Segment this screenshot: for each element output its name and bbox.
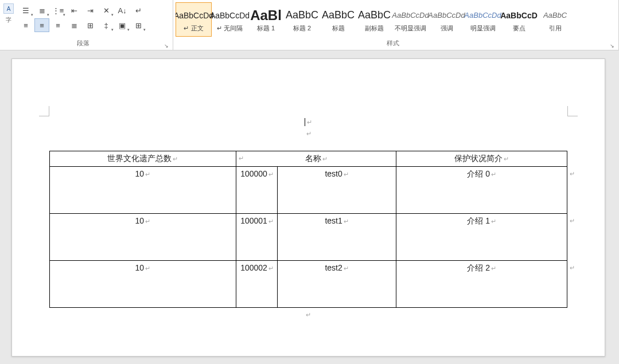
table-cell[interactable]: test1↵ [277,214,396,261]
multilevel-btn[interactable]: ⋮≡▾ [50,3,65,17]
table-cell[interactable]: 10↵ [50,167,236,214]
style-item[interactable]: AaBbCcDd↵ 无间隔 [212,2,248,37]
style-name-label: 引用 [549,24,562,33]
indent-decrease-btn[interactable]: ⇤ [67,3,81,17]
table-cell[interactable]: 介绍 0↵↵ [396,167,567,214]
table-header-desc[interactable]: 保护状况简介↵ [396,151,567,167]
document-page[interactable]: ↵ ↵ 世界文化遗产总数↵↵ 名称↵ 保护状况简介↵ 10↵100000↵tes… [11,58,605,357]
table-cell[interactable]: 10↵ [50,214,236,261]
paragraph-dialog-launcher[interactable]: ↘ [164,43,170,50]
align-center-btn[interactable]: ≡ [34,18,49,32]
numbering-btn[interactable]: ≣▾ [34,3,49,17]
styles-body: AaBbCcDd↵ 正文AaBbCcDd↵ 无间隔AaBl标题 1AaBbC标题… [176,1,616,38]
paragraph-mark: ↵ [307,119,312,126]
style-preview: AaBbCcDd [392,7,429,24]
paragraph-side-col: A 字 [2,1,15,28]
blank-line[interactable]: ↵ [49,128,567,139]
style-item[interactable]: AaBbCcD要点 [501,2,537,37]
document-canvas[interactable]: ↵ ↵ 世界文化遗产总数↵↵ 名称↵ 保护状况简介↵ 10↵100000↵tes… [0,50,619,364]
margin-corner-tl [39,106,49,116]
style-name-label: 标题 [332,24,345,33]
style-preview: AaBbCcD [500,7,538,24]
margin-corner-tr [567,106,578,116]
style-item[interactable]: AaBl标题 1 [248,2,284,37]
table-cell[interactable]: test2↵ [277,261,396,308]
borders-btn[interactable]: ⊞▾ [131,18,146,32]
indent-increase-btn[interactable]: ⇥ [83,3,98,17]
style-preview: AaBbCcDd [210,7,250,24]
char-format-btn[interactable]: 字 [3,15,14,25]
style-item[interactable]: AaBbC副标题 [356,2,392,37]
style-preview: AaBbCcDd [176,7,213,24]
table-cell[interactable]: 介绍 2↵↵ [396,261,567,308]
ribbon: A 字 ☰▾ ≣▾ ⋮≡▾ ⇤ ⇥ ✕▾ A↓ ↵ ≡ ≡ ≡ ≣ ⊞ ‡▾ ▣… [0,0,619,50]
style-name-label: 标题 2 [293,24,311,33]
paragraph-toolbar: ☰▾ ≣▾ ⋮≡▾ ⇤ ⇥ ✕▾ A↓ ↵ ≡ ≡ ≡ ≣ ⊞ ‡▾ ▣▾ ⊞▾ [15,1,165,34]
style-item[interactable]: AaBbC标题 2 [284,2,320,37]
style-name-label: 强调 [441,24,453,33]
justify-btn[interactable]: ≣ [67,18,81,32]
asian-layout-btn[interactable]: ✕▾ [99,3,114,17]
ribbon-group-paragraph: A 字 ☰▾ ≣▾ ⋮≡▾ ⇤ ⇥ ✕▾ A↓ ↵ ≡ ≡ ≡ ≣ ⊞ ‡▾ ▣… [0,0,173,50]
table-cell[interactable]: 100002↵ [236,261,277,308]
table-cell[interactable]: 100001↵ [236,214,277,261]
align-right-btn[interactable]: ≡ [50,18,65,32]
style-preview: AaBbCcDd [464,7,501,24]
style-preview: AaBbC [322,7,355,24]
sort-btn[interactable]: A↓ [115,3,130,17]
table-cell[interactable]: 100000↵ [236,167,277,214]
text-cursor-line[interactable]: ↵ [49,116,567,128]
paragraph-body: A 字 ☰▾ ≣▾ ⋮≡▾ ⇤ ⇥ ✕▾ A↓ ↵ ≡ ≡ ≡ ≣ ⊞ ‡▾ ▣… [2,1,170,38]
styles-group-label: 样式 [176,38,610,50]
bullets-btn[interactable]: ☰▾ [18,3,33,17]
ribbon-group-styles: AaBbCcDd↵ 正文AaBbCcDd↵ 无间隔AaBl标题 1AaBbC标题… [173,0,619,50]
table-header-total[interactable]: 世界文化遗产总数↵↵ [50,151,236,167]
paragraph-group-label: 段落 [2,38,164,50]
style-item[interactable]: AaBbCcDd强调 [429,2,465,37]
style-name-label: 标题 1 [257,24,275,33]
table-body: 10↵100000↵test0↵介绍 0↵↵10↵100001↵test1↵介绍… [50,167,567,308]
style-name-label: ↵ 无间隔 [217,24,243,33]
text-caret [305,118,305,126]
table-row[interactable]: 10↵100001↵test1↵介绍 1↵↵ [50,214,567,261]
style-name-label: 副标题 [365,24,384,33]
style-preview: AaBbCcDd [428,7,465,24]
paragraph-mark: ↵ [306,130,312,138]
document-table[interactable]: 世界文化遗产总数↵↵ 名称↵ 保护状况简介↵ 10↵100000↵test0↵介… [49,151,567,308]
style-name-label: 明显强调 [470,24,496,33]
style-preview: AaBbC [543,7,567,24]
style-item[interactable]: AaBbCcDd不明显强调 [392,2,429,37]
table-row[interactable]: 10↵100000↵test0↵介绍 0↵↵ [50,167,567,214]
style-name-label: 要点 [513,24,525,33]
style-item[interactable]: AaBbCcDd明显强调 [465,2,501,37]
style-item[interactable]: AaBbCcDd↵ 正文 [176,2,212,37]
style-preview: AaBbC [286,7,318,24]
align-left-btn[interactable]: ≡ [18,18,33,32]
shading-btn[interactable]: ▣▾ [115,18,130,32]
table-header-row[interactable]: 世界文化遗产总数↵↵ 名称↵ 保护状况简介↵ [50,151,567,167]
table-row[interactable]: 10↵100002↵test2↵介绍 2↵↵ [50,261,567,308]
table-header-name[interactable]: 名称↵ [236,151,396,167]
style-gallery[interactable]: AaBbCcDd↵ 正文AaBbCcDd↵ 无间隔AaBl标题 1AaBbC标题… [176,1,573,38]
distribute-btn[interactable]: ⊞ [83,18,98,32]
styles-dialog-launcher[interactable]: ↘ [610,43,616,50]
style-item[interactable]: AaBbC引用 [537,2,573,37]
table-cell[interactable]: test0↵ [277,167,396,214]
style-item[interactable]: AaBbC标题 [320,2,356,37]
show-marks-btn[interactable]: ↵ [131,3,146,17]
table-cell[interactable]: 介绍 1↵↵ [396,214,567,261]
style-preview: AaBbC [358,7,391,24]
style-name-label: 不明显强调 [395,24,426,33]
paragraph-mark-after-table: ↵ [49,311,567,319]
text-box-btn[interactable]: A [3,3,14,14]
line-spacing-btn[interactable]: ‡▾ [99,18,114,32]
style-preview: AaBl [250,7,282,24]
table-cell[interactable]: 10↵ [50,261,236,308]
style-name-label: ↵ 正文 [184,24,203,33]
